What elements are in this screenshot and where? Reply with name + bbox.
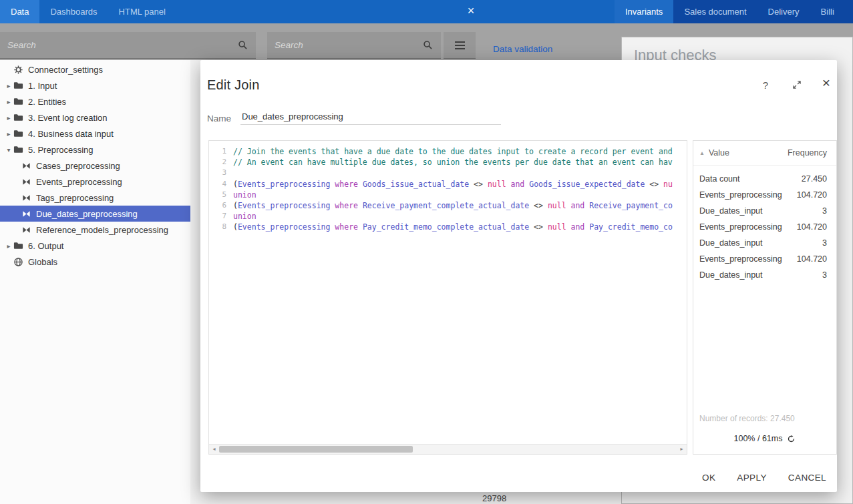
top-navigation-bar: DataDashboardsHTML panel × InvariantsSal…: [0, 0, 853, 23]
data-validation-link[interactable]: Data validation: [493, 44, 552, 54]
sidebar-item-label: 1. Input: [28, 81, 57, 91]
sidebar-item-2-entities[interactable]: ▸2. Entities: [0, 93, 190, 109]
topbar-left-tabs: DataDashboardsHTML panel: [0, 0, 176, 23]
result-row: Due_dates_input3: [693, 235, 836, 251]
sidebar-item-1-input[interactable]: ▸1. Input: [0, 77, 190, 93]
code-line: 5union: [209, 190, 687, 200]
code-text: (Events_preprocessing where Pay_credit_m…: [233, 222, 687, 232]
result-row: Due_dates_input3: [693, 203, 836, 219]
result-frequency: 104.720: [797, 222, 827, 232]
code-text: (Events_preprocessing where Receive_paym…: [233, 200, 687, 211]
folder-icon: [13, 97, 24, 107]
sidebar-item-6-output[interactable]: ▸6. Output: [0, 238, 190, 254]
chevron-right-icon[interactable]: ▸: [4, 114, 13, 121]
code-line: 1// Join the events that have a due date…: [209, 146, 687, 157]
result-value: Due_dates_input: [699, 206, 763, 216]
sidebar-item-connector-settings[interactable]: Connector_settings: [0, 61, 190, 77]
table-search-input[interactable]: Search: [267, 32, 441, 59]
sidebar-item-due-dates-preprocessing[interactable]: Due_dates_preprocessing: [0, 206, 190, 222]
result-frequency: 27.450: [802, 174, 827, 184]
value-column-header[interactable]: Value: [709, 148, 729, 158]
chevron-right-icon[interactable]: ▸: [4, 242, 13, 250]
line-number: 5: [209, 190, 233, 200]
code-editor[interactable]: 1// Join the events that have a due date…: [208, 140, 687, 455]
result-row: Events_preprocessing104.720: [693, 251, 836, 267]
sort-asc-icon[interactable]: ▲: [699, 150, 705, 156]
chevron-right-icon[interactable]: ▸: [4, 98, 13, 105]
result-frequency: 104.720: [797, 254, 827, 264]
folder-icon: [13, 81, 24, 91]
tab-html-panel[interactable]: HTML panel: [108, 0, 176, 23]
sidebar-item-reference-models-preprocessing[interactable]: Reference_models_preprocessing: [0, 222, 190, 238]
result-frequency: 3: [822, 206, 827, 216]
refresh-icon[interactable]: [787, 435, 796, 443]
edit-join-modal: Edit Join ? × Name 1// Join the events t…: [200, 60, 837, 492]
line-number: 4: [209, 179, 233, 190]
code-text: union: [233, 190, 687, 200]
sidebar-item-3-event-log-creation[interactable]: ▸3. Event log creation: [0, 109, 190, 125]
code-area[interactable]: 1// Join the events that have a due date…: [209, 141, 687, 444]
join-icon: [21, 225, 32, 235]
sidebar-item-label: Due_dates_preprocessing: [36, 209, 138, 219]
line-number: 7: [209, 211, 233, 222]
apply-button[interactable]: APPLY: [735, 470, 768, 485]
sidebar-item-globals[interactable]: Globals: [0, 254, 190, 270]
chevron-down-icon[interactable]: ▾: [4, 146, 13, 154]
result-frequency: 3: [822, 238, 827, 248]
help-icon[interactable]: ?: [763, 79, 768, 91]
chevron-right-icon[interactable]: ▸: [4, 130, 13, 138]
scrollbar-thumb[interactable]: [219, 446, 413, 453]
cancel-button[interactable]: CANCEL: [787, 470, 828, 485]
tab-invariants[interactable]: Invariants: [615, 0, 673, 23]
sidebar-item-5-preprocessing[interactable]: ▾5. Preprocessing: [0, 142, 190, 158]
join-icon: [21, 193, 32, 203]
topbar-right-tabs: InvariantsSales documentDeliveryBilli: [615, 0, 853, 23]
frequency-column-header[interactable]: Frequency: [788, 148, 827, 158]
result-value: Events_preprocessing: [699, 222, 782, 232]
search-placeholder: Search: [0, 40, 238, 50]
frequency-header-row[interactable]: ▲ Value Frequency: [693, 141, 836, 166]
chevron-right-icon[interactable]: ▸: [4, 82, 13, 89]
sidebar-item-label: 5. Preprocessing: [28, 145, 94, 155]
ok-button[interactable]: OK: [701, 470, 717, 485]
sidebar-search-input[interactable]: Search: [0, 32, 256, 59]
join-icon: [21, 209, 32, 219]
close-icon[interactable]: ×: [463, 0, 479, 23]
tab-dashboards[interactable]: Dashboards: [39, 0, 108, 23]
code-text: // Join the events that have a due date …: [233, 146, 687, 157]
code-line: 6(Events_preprocessing where Receive_pay…: [209, 200, 687, 211]
name-label: Name: [207, 113, 231, 123]
horizontal-scrollbar[interactable]: ◂ ▸: [209, 444, 687, 454]
sidebar-item-label: Events_preprocessing: [36, 177, 122, 187]
sidebar-item-cases-preprocessing[interactable]: Cases_preprocessing: [0, 158, 190, 174]
tab-sales-document[interactable]: Sales document: [673, 0, 757, 23]
tab-delivery[interactable]: Delivery: [757, 0, 810, 23]
code-text: // An event can have multiple due dates,…: [233, 157, 687, 168]
line-number: 1: [209, 146, 233, 157]
result-value: Data count: [699, 174, 739, 184]
scroll-left-icon[interactable]: ◂: [209, 445, 219, 454]
sidebar-item-label: 4. Business data input: [28, 129, 114, 139]
sidebar-item-4-business-data-input[interactable]: ▸4. Business data input: [0, 125, 190, 142]
expand-icon[interactable]: [792, 80, 802, 89]
code-line: 8(Events_preprocessing where Pay_credit_…: [209, 222, 687, 232]
sidebar-item-events-preprocessing[interactable]: Events_preprocessing: [0, 174, 190, 190]
scroll-right-icon[interactable]: ▸: [677, 445, 687, 454]
background-partial-number: 29798: [482, 493, 506, 503]
folder-icon: [13, 129, 24, 139]
code-line: 7union: [209, 211, 687, 222]
name-input[interactable]: [240, 108, 501, 125]
code-text: (Events_preprocessing where Goods_issue_…: [233, 179, 687, 190]
sidebar-item-tags-preprocessing[interactable]: Tags_preprocessing: [0, 190, 190, 206]
join-icon: [21, 161, 32, 171]
code-line: 2// An event can have multiple due dates…: [209, 157, 687, 168]
menu-icon[interactable]: [444, 32, 476, 59]
result-frequency: 104.720: [797, 190, 827, 200]
tab-data[interactable]: Data: [0, 0, 39, 23]
result-value: Due_dates_input: [699, 238, 763, 248]
close-icon[interactable]: ×: [817, 73, 836, 92]
line-number: 3: [209, 168, 233, 178]
tab-billi[interactable]: Billi: [810, 0, 845, 23]
sidebar-item-label: Globals: [28, 257, 57, 267]
folder-icon: [13, 113, 24, 123]
